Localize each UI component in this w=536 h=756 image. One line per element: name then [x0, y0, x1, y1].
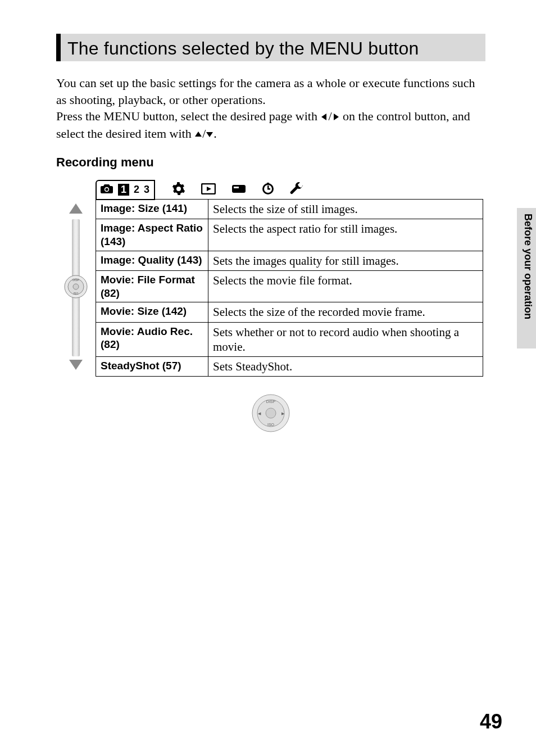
wrench-icon[interactable] — [290, 182, 303, 198]
table-row: Movie: Audio Rec. (82) Sets whether or n… — [96, 322, 483, 357]
svg-point-6 — [178, 187, 180, 190]
intro-text: You can set up the basic settings for th… — [56, 75, 485, 143]
menu-item-name: SteadyShot (57) — [96, 357, 208, 377]
svg-text:DISP: DISP — [266, 400, 276, 404]
svg-rect-9 — [232, 185, 246, 193]
svg-marker-2 — [195, 132, 202, 137]
svg-rect-15 — [267, 183, 269, 184]
svg-marker-3 — [206, 132, 213, 137]
menu-item-desc: Selects the size of the recorded movie f… — [208, 302, 483, 322]
camera-icon — [100, 183, 113, 197]
menu-item-name: Movie: Audio Rec. (82) — [96, 322, 208, 357]
svg-marker-16 — [69, 203, 83, 214]
card-icon[interactable] — [231, 183, 246, 197]
menu-item-name: Image: Quality (143) — [96, 251, 208, 270]
menu-item-desc: Sets SteadyShot. — [208, 357, 483, 377]
intro-fragment: Press the MENU button, select the desire… — [56, 109, 320, 123]
table-row: Image: Aspect Ratio (143) Selects the as… — [96, 219, 483, 251]
menu-item-name: Movie: Size (142) — [96, 302, 208, 322]
playback-icon[interactable] — [201, 183, 216, 197]
menu-item-desc: Sets whether or not to record audio when… — [208, 322, 483, 357]
section-title-bar: The functions selected by the MENU butto… — [56, 34, 485, 61]
menu-item-desc: Selects the aspect ratio for still image… — [208, 219, 483, 251]
section-title: The functions selected by the MENU butto… — [67, 38, 479, 59]
menu-item-name: Image: Aspect Ratio (143) — [96, 219, 208, 251]
menu-item-desc: Selects the movie file format. — [208, 270, 483, 302]
svg-marker-1 — [334, 114, 339, 120]
menu-item-desc: Selects the size of still images. — [208, 199, 483, 219]
svg-text:DISP: DISP — [72, 278, 79, 282]
svg-rect-10 — [234, 187, 239, 188]
svg-marker-8 — [207, 187, 211, 191]
tab-page-1[interactable]: 1 — [118, 184, 129, 196]
menu-item-desc: Sets the images quality for still images… — [208, 251, 483, 270]
svg-point-19 — [73, 284, 79, 289]
other-tab-icons — [172, 182, 303, 198]
svg-marker-22 — [69, 360, 83, 370]
scroll-down-arrow-icon — [68, 359, 84, 373]
page-number: 49 — [480, 710, 502, 734]
scroll-up-arrow-icon — [68, 202, 84, 217]
table-row: Movie: Size (142) Selects the size of th… — [96, 302, 483, 322]
recording-tab-group: 1 2 3 — [96, 180, 155, 200]
svg-text:ISO: ISO — [74, 292, 79, 295]
tab-page-2[interactable]: 2 — [134, 184, 139, 196]
control-dial-graphic: DISP ISO ◀ ▶ — [56, 393, 485, 433]
menu-item-name: Movie: File Format (82) — [96, 270, 208, 302]
table-row: SteadyShot (57) Sets SteadyShot. — [96, 357, 483, 377]
menu-tab-strip: 1 2 3 — [96, 180, 485, 200]
recording-menu-table: Image: Size (141) Selects the size of st… — [96, 199, 483, 377]
tab-page-3[interactable]: 3 — [144, 184, 149, 196]
gear-icon[interactable] — [172, 182, 185, 198]
intro-line-2: Press the MENU button, select the desire… — [56, 108, 485, 142]
dial-icon: DISP ISO — [64, 275, 88, 301]
recording-menu-heading: Recording menu — [56, 155, 485, 170]
down-arrow-icon — [206, 126, 214, 143]
svg-marker-0 — [321, 114, 326, 120]
table-row: Movie: File Format (82) Selects the movi… — [96, 270, 483, 302]
intro-fragment: . — [214, 126, 217, 141]
up-arrow-icon — [194, 126, 202, 143]
menu-table-wrap: DISP ISO Image: Size (141) Selects the s… — [56, 199, 485, 377]
page: The functions selected by the MENU butto… — [0, 0, 536, 756]
svg-point-25 — [266, 408, 276, 418]
side-section-label: Before your operation — [522, 214, 534, 319]
table-row: Image: Quality (143) Sets the images qua… — [96, 251, 483, 270]
svg-text:ISO: ISO — [267, 423, 275, 427]
intro-line-1: You can set up the basic settings for th… — [56, 75, 485, 108]
left-arrow-icon — [320, 108, 328, 125]
svg-rect-14 — [267, 188, 270, 190]
scroll-indicator: DISP ISO — [56, 199, 96, 377]
right-arrow-icon — [332, 108, 340, 125]
menu-item-name: Image: Size (141) — [96, 199, 208, 219]
clock-icon[interactable] — [262, 183, 274, 197]
table-row: Image: Size (141) Selects the size of st… — [96, 199, 483, 219]
svg-point-5 — [105, 188, 108, 191]
